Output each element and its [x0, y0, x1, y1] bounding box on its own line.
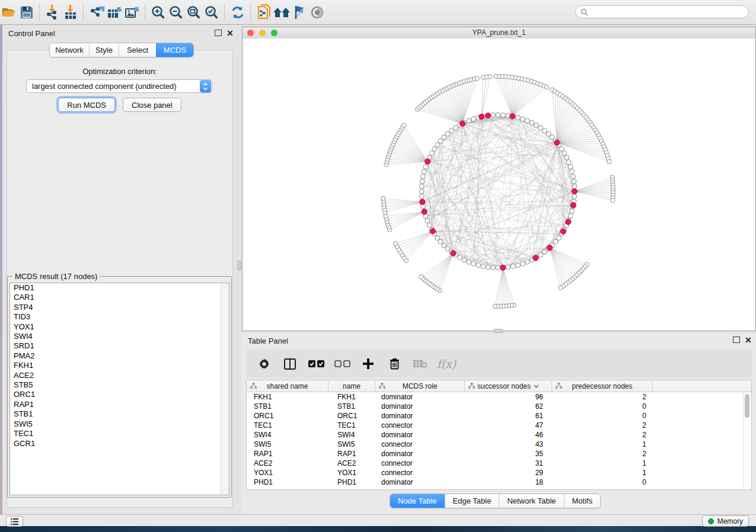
network-node[interactable]	[429, 151, 434, 156]
mcds-result-item[interactable]: SWI5	[10, 419, 229, 429]
mcds-hub-node[interactable]	[451, 251, 456, 256]
import-network-icon[interactable]	[44, 4, 62, 21]
table-cell[interactable]: dominator	[375, 477, 465, 487]
criterion-dropdown[interactable]: largest connected component (undirected)	[26, 79, 212, 93]
first-neighbors-icon[interactable]	[273, 4, 291, 21]
mcds-result-list[interactable]: PHD1CAR1STP4TID3YOX1SWI4SRD1PMA2FKH1ACE2…	[9, 283, 229, 495]
search-input[interactable]	[591, 7, 748, 17]
table-scrollbar[interactable]	[743, 392, 751, 489]
mcds-result-item[interactable]: SWI4	[10, 332, 229, 341]
table-cell[interactable]: STB1	[247, 402, 328, 411]
mcds-result-item[interactable]: GCR1	[10, 439, 229, 448]
network-node[interactable]	[568, 165, 573, 169]
table-row[interactable]: YOX1YOX1connector291	[247, 468, 751, 477]
table-cell[interactable]: 0	[552, 477, 653, 487]
mcds-hub-node[interactable]	[510, 114, 515, 119]
network-node[interactable]	[564, 155, 569, 160]
table-cell[interactable]: 18	[465, 477, 552, 487]
network-node[interactable]	[496, 265, 500, 270]
mcds-hub-node[interactable]	[430, 229, 435, 234]
memory-button[interactable]: Memory	[702, 515, 749, 527]
satellite-node[interactable]	[394, 241, 398, 245]
satellite-node[interactable]	[611, 198, 615, 203]
export-network-icon[interactable]	[88, 4, 106, 21]
tab-mcds[interactable]: MCDS	[156, 43, 193, 57]
satellite-node[interactable]	[401, 123, 406, 127]
network-node[interactable]	[419, 189, 424, 194]
table-cell[interactable]: SWI4	[328, 430, 375, 440]
table-cell[interactable]: connector	[375, 459, 465, 468]
network-node[interactable]	[471, 117, 476, 121]
mcds-hub-node[interactable]	[560, 229, 566, 234]
network-node[interactable]	[529, 120, 534, 125]
tab-network[interactable]: Network	[50, 43, 89, 57]
satellite-node[interactable]	[559, 286, 563, 290]
table-cell[interactable]: 31	[465, 459, 552, 468]
close-panel-button[interactable]: Close panel	[123, 98, 181, 112]
table-cell[interactable]: YOX1	[328, 468, 375, 477]
zoom-selected-icon[interactable]	[203, 4, 221, 21]
network-node[interactable]	[515, 115, 520, 120]
mcds-hub-node[interactable]	[572, 188, 577, 194]
table-cell[interactable]: TEC1	[247, 421, 328, 430]
network-node[interactable]	[525, 118, 529, 123]
mcds-result-item[interactable]: FKH1	[10, 361, 229, 370]
import-table-icon[interactable]	[62, 4, 79, 21]
table-row[interactable]: ACE2ACE2connector311	[247, 459, 751, 468]
table-cell[interactable]: SWI4	[247, 430, 328, 440]
mcds-hub-node[interactable]	[554, 140, 560, 145]
network-node[interactable]	[481, 264, 486, 269]
table-cell[interactable]: 35	[465, 449, 552, 459]
network-node[interactable]	[511, 264, 515, 269]
table-row[interactable]: ORC1ORC1dominator610	[247, 411, 751, 421]
hide-selected-icon[interactable]	[291, 4, 308, 21]
table-cell[interactable]: SWI5	[247, 440, 328, 449]
network-node[interactable]	[467, 259, 471, 264]
satellite-node[interactable]	[381, 196, 385, 200]
select-all-columns-icon[interactable]	[303, 360, 329, 367]
table-cell[interactable]: YOX1	[247, 468, 328, 477]
zoom-fit-icon[interactable]	[185, 4, 203, 21]
network-node[interactable]	[556, 236, 561, 241]
tab-motifs[interactable]: Motifs	[564, 494, 601, 508]
table-cell[interactable]: 2	[552, 449, 653, 459]
network-node[interactable]	[538, 126, 543, 130]
zoom-in-icon[interactable]	[149, 4, 167, 21]
network-node[interactable]	[423, 165, 428, 169]
network-node[interactable]	[566, 160, 571, 165]
mcds-result-item[interactable]: RAP1	[10, 400, 229, 409]
table-cell[interactable]: dominator	[375, 402, 465, 411]
table-cell[interactable]: 47	[465, 421, 552, 430]
mcds-result-item[interactable]: STB1	[10, 409, 229, 419]
network-node[interactable]	[432, 146, 437, 151]
mcds-hub-node[interactable]	[570, 203, 576, 208]
mcds-hub-node[interactable]	[533, 255, 538, 261]
column-header-successor-nodes[interactable]: successor nodes	[465, 380, 552, 392]
satellite-node[interactable]	[488, 75, 492, 79]
horizontal-splitter-handle[interactable]	[494, 329, 503, 333]
table-cell[interactable]: 96	[465, 392, 552, 402]
table-cell[interactable]: 29	[465, 468, 552, 477]
table-cell[interactable]: 2	[552, 392, 653, 402]
satellite-node[interactable]	[384, 214, 388, 218]
column-header-name[interactable]: name	[328, 380, 375, 392]
float-panel-icon[interactable]	[215, 30, 222, 37]
close-panel-icon[interactable]: ✕	[227, 30, 234, 37]
table-cell[interactable]: 62	[465, 402, 552, 411]
mcds-hub-node[interactable]	[486, 113, 491, 118]
open-session-icon[interactable]	[0, 4, 18, 21]
tab-style[interactable]: Style	[89, 43, 119, 57]
mcds-result-item[interactable]: SRD1	[10, 341, 229, 351]
network-node[interactable]	[422, 169, 426, 174]
table-cell[interactable]: 1	[552, 468, 653, 477]
network-node[interactable]	[435, 236, 440, 241]
network-node[interactable]	[562, 151, 567, 156]
satellite-node[interactable]	[493, 304, 497, 308]
table-cell[interactable]: 61	[465, 411, 552, 421]
float-panel-icon[interactable]	[733, 336, 740, 344]
table-row[interactable]: PHD1PHD1dominator180	[247, 477, 751, 487]
mcds-result-item[interactable]: PHD1	[10, 283, 229, 293]
table-cell[interactable]: STB1	[328, 402, 375, 411]
tab-edge-table[interactable]: Edge Table	[445, 494, 499, 508]
network-node[interactable]	[486, 265, 490, 270]
